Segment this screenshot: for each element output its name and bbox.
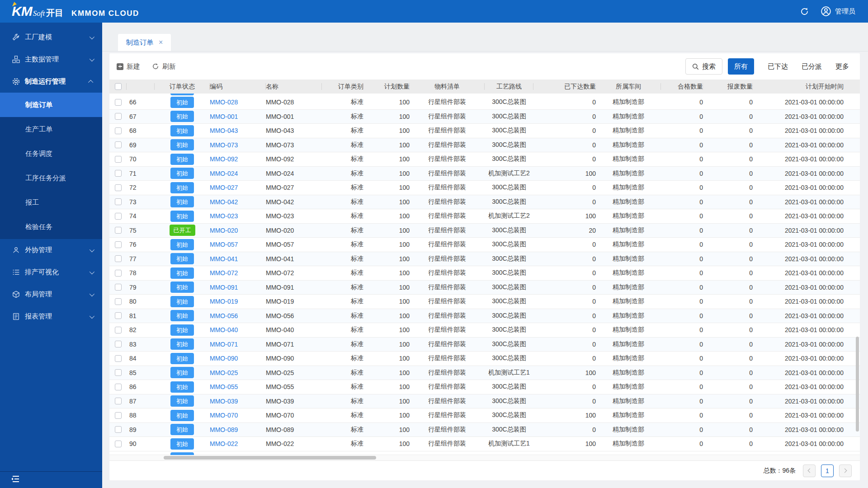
user-menu[interactable]: 管理员	[821, 6, 855, 16]
horizontal-scrollbar[interactable]	[109, 455, 860, 460]
row-checkbox[interactable]	[115, 255, 122, 262]
order-code-link[interactable]: MMO-040	[210, 326, 238, 333]
col-header-released-qty[interactable]: 已下达数量	[533, 80, 596, 94]
close-tab-icon[interactable]: ×	[159, 39, 163, 46]
row-checkbox[interactable]	[115, 227, 122, 234]
row-checkbox[interactable]	[115, 141, 122, 148]
sidebar-item-layout-management[interactable]: 布局管理	[0, 283, 102, 305]
row-checkbox[interactable]	[115, 241, 122, 248]
order-code-link[interactable]: MMO-090	[210, 355, 238, 362]
row-checkbox[interactable]	[115, 170, 122, 177]
table-row[interactable]: 68 初始 MMO-043 MMO-043 标准 100 行星组件部装 300C…	[109, 124, 860, 138]
col-header-order-type[interactable]: 订单类别	[322, 80, 363, 94]
order-code-link[interactable]: MMO-043	[210, 127, 238, 134]
row-checkbox[interactable]	[115, 99, 122, 106]
row-checkbox[interactable]	[115, 341, 122, 347]
table-row[interactable]: 66 初始 MMO-028 MMO-028 标准 100 行星组件部装 300C…	[109, 95, 860, 110]
row-checkbox[interactable]	[115, 426, 122, 433]
table-row[interactable]: 82 初始 MMO-040 MMO-040 标准 100 行星组件部装 300C…	[109, 323, 860, 338]
app-logo[interactable]: KM Soft 开目 KMMOM CLOUD	[12, 4, 139, 19]
col-header-bom[interactable]: 物料清单	[410, 80, 485, 94]
table-row[interactable]: 89 初始 MMO-089 MMO-089 标准 100 行星组件部装 300C…	[109, 423, 860, 437]
sidebar-item-work-reporting[interactable]: 报工	[0, 190, 102, 215]
order-code-link[interactable]: MMO-072	[210, 269, 238, 277]
order-code-link[interactable]: MMO-028	[210, 99, 238, 106]
filter-all-button[interactable]: 所有	[728, 58, 754, 75]
table-row[interactable]: 75 已开工 MMO-020 MMO-020 标准 100 行星组件部装 300…	[109, 224, 860, 238]
order-code-link[interactable]: MMO-024	[210, 170, 238, 177]
table-row[interactable]: 70 初始 MMO-092 MMO-092 标准 100 行星组件部装 300C…	[109, 152, 860, 167]
order-code-link[interactable]: MMO-020	[210, 227, 238, 234]
col-header-workshop[interactable]: 所属车间	[596, 80, 661, 94]
select-all-checkbox[interactable]	[115, 83, 122, 90]
table-row[interactable]: 80 初始 MMO-019 MMO-019 标准 100 行星组件部装 300C…	[109, 295, 860, 309]
order-code-link[interactable]: MMO-056	[210, 312, 238, 319]
table-row[interactable]: 78 初始 MMO-072 MMO-072 标准 100 行星组件部装 300C…	[109, 266, 860, 281]
order-code-link[interactable]: MMO-023	[210, 212, 238, 220]
row-checkbox[interactable]	[115, 369, 122, 376]
col-header-name[interactable]: 名称	[266, 80, 322, 94]
refresh-icon[interactable]	[800, 7, 809, 16]
col-header-planned-qty[interactable]: 计划数量	[363, 80, 410, 94]
filter-dispatched-button[interactable]: 已分派	[802, 62, 822, 71]
order-code-link[interactable]: MMO-025	[210, 369, 238, 376]
more-button[interactable]: 更多	[835, 62, 849, 71]
col-header-planned-start[interactable]: 计划开始时间	[753, 80, 844, 94]
table-row[interactable]: 84 初始 MMO-090 MMO-090 标准 100 行星组件部装 300C…	[109, 352, 860, 366]
row-checkbox[interactable]	[115, 355, 122, 362]
sidebar-item-report-management[interactable]: 报表管理	[0, 305, 102, 328]
table-row[interactable]: 71 初始 MMO-024 MMO-024 标准 100 行星组件部装 机加测试…	[109, 167, 860, 181]
horizontal-scrollbar-thumb[interactable]	[164, 456, 376, 460]
order-code-link[interactable]: MMO-042	[210, 198, 238, 206]
col-header-order-status[interactable]: 订单状态	[155, 80, 210, 94]
row-checkbox[interactable]	[115, 213, 122, 220]
row-checkbox[interactable]	[115, 284, 122, 291]
table-row[interactable]: 67 初始 MMO-001 MMO-001 标准 100 行星组件部装 300C…	[109, 110, 860, 124]
row-checkbox[interactable]	[115, 412, 122, 419]
col-header-qualified-qty[interactable]: 合格数量	[661, 80, 703, 94]
table-row[interactable]: 77 初始 MMO-041 MMO-041 标准 100 行星组件部装 300C…	[109, 252, 860, 267]
new-button[interactable]: 新建	[117, 62, 140, 71]
table-row[interactable]: 74 初始 MMO-023 MMO-023 标准 100 行星组件部装 机加测试…	[109, 209, 860, 224]
table-row[interactable]: 90 初始 MMO-022 MMO-022 标准 100 行星组件部装 机加测试…	[109, 437, 860, 451]
table-row[interactable]: 73 初始 MMO-042 MMO-042 标准 100 行星组件部装 300C…	[109, 195, 860, 210]
sidebar-item-outsourcing[interactable]: 外协管理	[0, 239, 102, 261]
sidebar-item-task-scheduling[interactable]: 任务调度	[0, 141, 102, 166]
row-checkbox[interactable]	[115, 312, 122, 319]
row-checkbox[interactable]	[115, 298, 122, 305]
order-code-link[interactable]: MMO-041	[210, 255, 238, 263]
order-code-link[interactable]: MMO-092	[210, 155, 238, 163]
order-code-link[interactable]: MMO-071	[210, 341, 238, 348]
col-header-routing[interactable]: 工艺路线	[485, 80, 533, 94]
filter-released-button[interactable]: 已下达	[768, 62, 788, 71]
col-header-code[interactable]: 编码	[210, 80, 266, 94]
sidebar-item-inspection-tasks[interactable]: 检验任务	[0, 215, 102, 239]
sidebar-item-operation-task-dispatch[interactable]: 工序任务分派	[0, 166, 102, 190]
sidebar-item-master-data[interactable]: 主数据管理	[0, 48, 102, 70]
row-checkbox[interactable]	[115, 384, 122, 390]
sidebar-item-factory-modeling[interactable]: 工厂建模	[0, 26, 102, 48]
row-checkbox[interactable]	[115, 441, 122, 447]
table-row[interactable]: 88 初始 MMO-070 MMO-070 标准 100 行星组件部装 300C…	[109, 408, 860, 423]
table-row[interactable]: 83 初始 MMO-071 MMO-071 标准 100 行星组件部装 300C…	[109, 338, 860, 352]
table-row[interactable]: 86 初始 MMO-055 MMO-055 标准 100 行星组件部装 300C…	[109, 380, 860, 394]
table-row[interactable]: 81 初始 MMO-056 MMO-056 标准 100 行星组件部装 300C…	[109, 309, 860, 324]
order-code-link[interactable]: MMO-055	[210, 383, 238, 390]
table-row[interactable]: 72 初始 MMO-027 MMO-027 标准 100 行星组件部装 300C…	[109, 181, 860, 195]
vertical-scrollbar-thumb[interactable]	[856, 337, 859, 432]
sidebar-item-scheduling-visualization[interactable]: 排产可视化	[0, 261, 102, 283]
order-code-link[interactable]: MMO-070	[210, 412, 238, 419]
order-code-link[interactable]: MMO-019	[210, 298, 238, 305]
table-row[interactable]: 76 初始 MMO-057 MMO-057 标准 100 行星组件部装 300C…	[109, 238, 860, 252]
order-code-link[interactable]: MMO-057	[210, 241, 238, 248]
collapse-sidebar-icon[interactable]	[11, 475, 20, 485]
sidebar-item-production-work-orders[interactable]: 生产工单	[0, 117, 102, 141]
col-header-scrapped-qty[interactable]: 报废数量	[703, 80, 753, 94]
table-row[interactable]: 87 初始 MMO-039 MMO-039 标准 100 行星组件部装 300C…	[109, 394, 860, 409]
row-checkbox[interactable]	[115, 184, 122, 191]
table-row[interactable]: 79 初始 MMO-091 MMO-091 标准 100 行星组件部装 300C…	[109, 281, 860, 295]
prev-page-button[interactable]	[803, 465, 816, 477]
tab-manufacturing-orders[interactable]: 制造订单 ×	[118, 34, 171, 51]
sidebar-item-manufacturing-ops[interactable]: 制造运行管理	[0, 70, 102, 93]
next-page-button[interactable]	[839, 465, 852, 477]
